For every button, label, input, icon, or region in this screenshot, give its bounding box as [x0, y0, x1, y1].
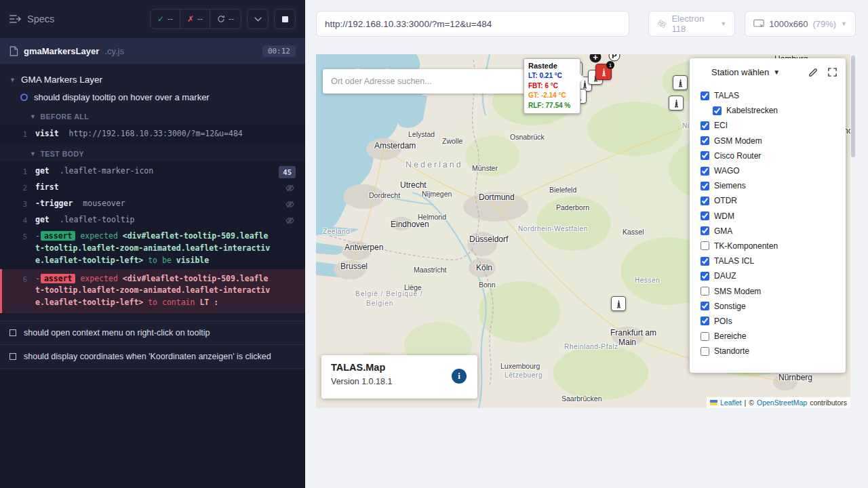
chevron-down-icon: ▼ — [841, 20, 847, 27]
assert-failed-row[interactable]: 6 -assert expected <div#leaflet-tooltip-… — [0, 269, 305, 313]
station-filter-label: TK-Komponenten — [714, 241, 778, 251]
suite-title: GMA Markers Layer — [21, 75, 102, 85]
command-content: -assert expected <div#leaflet-tooltip-50… — [35, 273, 296, 309]
station-filter-checkbox[interactable] — [701, 272, 709, 281]
command-content: -trigger mouseover — [35, 198, 296, 210]
station-filter-checkbox[interactable] — [701, 302, 709, 310]
station-filter-checkbox[interactable] — [701, 182, 709, 190]
station-filter-label: TALAS — [714, 91, 739, 100]
station-filter-checkbox[interactable] — [701, 347, 709, 356]
station-filter-checkbox[interactable] — [701, 136, 709, 145]
station-filter-item: WAGO — [698, 163, 837, 178]
assert-text: expected — [80, 274, 117, 283]
test-body-commands: 1 get .leaflet-marker-icon 45 2 first 3 … — [0, 161, 305, 315]
marker-alarm-badge: 1 — [606, 61, 614, 69]
station-filter-checkbox[interactable] — [701, 317, 709, 325]
spec-timer: 00:12 — [262, 45, 296, 57]
command-row[interactable]: 4 get .leaflet-tooltip — [0, 212, 305, 228]
pending-test[interactable]: should open context menu on right-click … — [0, 321, 305, 344]
alarm-marker[interactable]: 1 — [595, 64, 612, 80]
station-filter-checkbox[interactable] — [701, 257, 709, 266]
url-input[interactable] — [325, 19, 620, 29]
viewport-select[interactable]: 1000x660 (79%) ▼ — [745, 11, 856, 37]
station-filter-checkbox[interactable] — [701, 167, 709, 176]
chevron-down-icon[interactable]: ▼ — [773, 68, 780, 76]
station-filter-checkbox[interactable] — [701, 226, 709, 235]
command-message: mouseover — [83, 199, 125, 208]
stat-pending[interactable]: -- — [210, 9, 241, 28]
station-filter-checkbox[interactable] — [701, 151, 709, 160]
failed-count: -- — [197, 14, 203, 24]
station-filter-checkbox[interactable] — [701, 211, 709, 220]
station-filter-item: POIs — [698, 314, 837, 329]
station-filter-checkbox[interactable] — [713, 106, 722, 115]
test-pending-icon — [9, 353, 16, 360]
station-panel-header: Station wählen ▼ — [698, 67, 837, 77]
station-filter-checkbox[interactable] — [701, 241, 709, 250]
spec-extension: .cy.js — [104, 46, 124, 56]
station-filter-item: Bereiche — [698, 329, 837, 344]
check-icon: ✓ — [157, 14, 164, 24]
osm-link[interactable]: OpenStreetMap — [757, 399, 807, 407]
station-marker[interactable] — [669, 96, 684, 110]
chevron-down-icon — [254, 17, 262, 22]
command-row[interactable]: 1 get .leaflet-marker-icon 45 — [0, 163, 305, 180]
station-filter-checkbox[interactable] — [701, 287, 709, 296]
before-all-commands: 1 visit http://192.168.10.33:3000/?m=12&… — [0, 124, 305, 144]
aut-header: Electron 118 ▼ 1000x660 (79%) ▼ — [305, 0, 868, 37]
spec-header[interactable]: gmaMarkersLayer .cy.js 00:12 — [0, 38, 305, 64]
marker-tooltip[interactable]: Rastede LT: 0.21 °CFBT: 6 °CGT: -2.14 °C… — [524, 58, 580, 114]
stop-icon — [282, 16, 288, 22]
vertical-scrollbar[interactable] — [850, 54, 856, 408]
command-row[interactable]: 2 first — [0, 180, 305, 196]
reporter-controls: ✓ -- ✗ -- -- — [150, 9, 296, 29]
scrollbar-thumb[interactable] — [851, 56, 855, 157]
suite-gma-markers-layer[interactable]: ▼ GMA Markers Layer — [0, 69, 305, 89]
pending-test[interactable]: should display coordinates when 'Koordin… — [0, 344, 305, 369]
assert-text: to be — [148, 256, 172, 265]
map-search-input[interactable] — [331, 77, 538, 86]
fullscreen-icon[interactable] — [827, 67, 837, 77]
station-filter-label: Sonstige — [714, 302, 746, 311]
section-test-body[interactable]: ▼ TEST BODY — [0, 144, 305, 161]
stat-failed[interactable]: ✗ -- — [180, 9, 210, 28]
viewport-size: 1000x660 — [769, 19, 808, 29]
edit-pencil-icon[interactable] — [808, 67, 818, 77]
station-marker[interactable] — [611, 296, 626, 311]
url-bar — [316, 11, 629, 37]
leaflet-link[interactable]: Leaflet — [720, 399, 742, 407]
station-marker[interactable] — [673, 75, 688, 90]
station-filter-label: DAUZ — [714, 271, 736, 281]
browser-label: Electron 118 — [671, 14, 715, 34]
stop-button[interactable] — [274, 9, 296, 29]
station-filter-checkbox[interactable] — [701, 92, 709, 100]
app-version: Version 1.0.18.1 — [331, 377, 468, 386]
info-icon[interactable] — [452, 369, 467, 384]
assert-badge: assert — [41, 274, 76, 283]
tooltip-measurement: LT: 0.21 °C — [528, 71, 576, 81]
station-filter-checkbox[interactable] — [701, 332, 709, 341]
station-filter-checkbox[interactable] — [701, 197, 709, 205]
station-select-dropdown[interactable]: Station wählen — [711, 67, 769, 77]
command-row[interactable]: 3 -trigger mouseover — [0, 196, 305, 212]
tooltip-rows: LT: 0.21 °CFBT: 6 °CGT: -2.14 °CRLF: 77.… — [528, 71, 576, 110]
pending-count: -- — [229, 14, 234, 24]
station-filter-checkbox[interactable] — [701, 121, 709, 130]
collapse-button[interactable] — [247, 9, 269, 29]
section-before-all[interactable]: ▼ BEFORE ALL — [0, 107, 305, 124]
command-row[interactable]: 1 visit http://192.168.10.33:3000/?m=12&… — [0, 126, 305, 142]
assert-passed-row[interactable]: 5 -assert expected <div#leaflet-tooltip-… — [0, 228, 305, 268]
test-title: should display coordinates when 'Koordin… — [24, 352, 271, 361]
copyright-symbol: © — [749, 399, 754, 407]
active-test[interactable]: should display tooltip on hover over a m… — [0, 89, 305, 107]
browser-select[interactable]: Electron 118 ▼ — [648, 11, 735, 37]
map-canvas[interactable]: Rastede LT: 0.21 °CFBT: 6 °CGT: -2.14 °C… — [316, 54, 856, 408]
refresh-icon — [217, 15, 225, 23]
reporter-header: Specs ✓ -- ✗ -- -- — [0, 0, 305, 38]
app-title: TALAS.Map — [331, 362, 468, 373]
station-filter-item: Sonstige — [698, 299, 837, 314]
caret-down-icon: ▼ — [9, 77, 16, 83]
station-filter-item: TALAS — [698, 88, 837, 103]
specs-toggle[interactable]: Specs — [9, 14, 54, 24]
stat-passed[interactable]: ✓ -- — [151, 9, 180, 28]
